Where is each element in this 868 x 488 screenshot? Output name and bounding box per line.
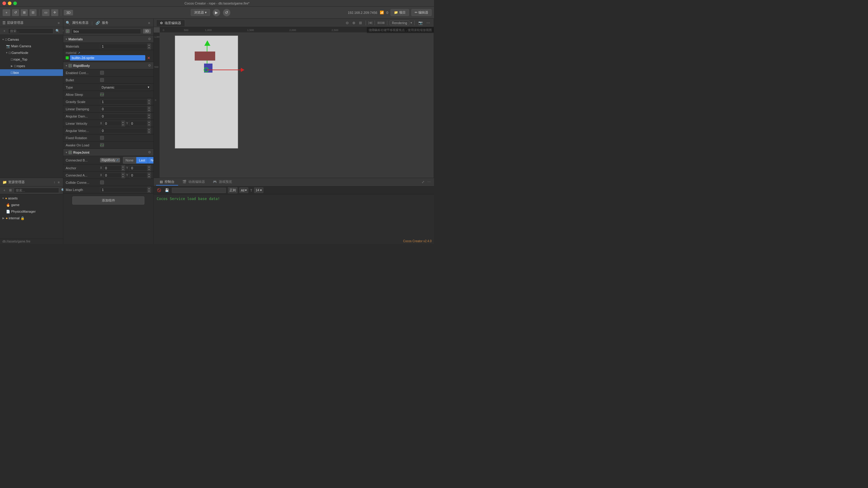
console-search-input[interactable]	[172, 188, 226, 193]
node-name-input[interactable]	[71, 29, 141, 34]
material-value-input[interactable]	[70, 55, 145, 61]
down-arrow-icon[interactable]: ▼	[147, 102, 151, 104]
anchor-y-input[interactable]	[129, 165, 147, 171]
lv-x-input[interactable]	[103, 121, 121, 126]
scene-editor-tab[interactable]: ✿ 场景编辑器	[156, 20, 185, 26]
up-arrow-icon[interactable]: ▲	[147, 106, 151, 109]
up-arrow-icon[interactable]: ▲	[147, 173, 151, 175]
refresh-button[interactable]: ↺	[12, 9, 19, 16]
editor-button[interactable]: ✏ 编辑器	[411, 9, 432, 16]
browser-button[interactable]: 浏览器 ▾	[191, 9, 210, 16]
inspector-menu-button[interactable]: ≡	[147, 21, 151, 25]
gravity-scale-input[interactable]	[100, 99, 147, 104]
rendering-dropdown[interactable]: Rendering	[390, 21, 409, 25]
reload-button[interactable]: ↺	[223, 9, 230, 17]
up-arrow-icon[interactable]: ▲	[147, 113, 151, 116]
rigidbody-section-header[interactable]: ▾ ✓ RigidBody ⚙	[63, 62, 153, 69]
tree-item-rope-top[interactable]: □ rope_Top	[0, 56, 63, 63]
next-button[interactable]: Next	[148, 157, 153, 164]
linear-damping-input[interactable]	[100, 106, 147, 112]
angular-veloc-input[interactable]	[100, 128, 147, 133]
project-button[interactable]: 📁 项目	[391, 9, 409, 16]
down-arrow-icon[interactable]: ▼	[121, 124, 125, 126]
enabled-cont-checkbox[interactable]	[100, 71, 104, 75]
allow-sleep-checkbox[interactable]: ✓	[100, 93, 104, 96]
ca-x-input[interactable]	[103, 173, 121, 178]
ca-y-input[interactable]	[129, 173, 147, 178]
down-arrow-icon[interactable]: ▼	[147, 109, 151, 112]
fit-button[interactable]: ⊞	[358, 20, 363, 26]
material-remove-button[interactable]: ✕	[147, 56, 151, 60]
layout-button[interactable]: ⊟	[29, 9, 37, 16]
asset-search-input[interactable]	[14, 188, 59, 193]
save-console-button[interactable]: 💾	[164, 188, 170, 193]
rigidbody-enabled-checkbox[interactable]: ✓	[68, 64, 72, 67]
add-asset-button[interactable]: ＋	[2, 188, 7, 193]
down-arrow-icon[interactable]: ▼	[147, 116, 151, 119]
down-arrow-icon[interactable]: ▼	[147, 168, 151, 171]
hierarchy-search-input[interactable]	[8, 28, 53, 34]
angular-damp-input[interactable]	[100, 113, 147, 119]
console-more-button[interactable]: ⋯	[427, 180, 432, 184]
video-icon-button[interactable]: 📷	[417, 20, 424, 26]
up-arrow-icon[interactable]: ▲	[147, 99, 151, 102]
up-arrow-icon[interactable]: ▲	[121, 173, 125, 175]
close-button[interactable]	[2, 1, 6, 5]
bullet-checkbox[interactable]	[100, 78, 104, 82]
more-icon-button[interactable]: ⋯	[425, 20, 431, 26]
level-dropdown[interactable]: All ▾	[239, 187, 248, 193]
add-node-button[interactable]: ＋	[2, 9, 10, 16]
hierarchy-menu-button[interactable]: ≡	[57, 21, 61, 25]
create-asset-button[interactable]: ↑	[53, 180, 56, 184]
zoom-in-button[interactable]: ⊕	[351, 20, 356, 26]
3d-toggle-button[interactable]: 3D	[64, 10, 73, 16]
play-button[interactable]: ▶	[213, 9, 220, 17]
ropejoint-section-header[interactable]: ▾ ✓ RopeJoint ⚙	[63, 149, 153, 156]
expand-button[interactable]: ⊞	[21, 9, 28, 16]
down-arrow-icon[interactable]: ▼	[147, 190, 151, 193]
add-hierarchy-button[interactable]: ＋	[2, 28, 7, 33]
ropejoint-gear-icon[interactable]: ⚙	[148, 150, 151, 154]
up-arrow-icon[interactable]: ▲	[147, 121, 151, 124]
type-dropdown[interactable]: Dynamic ▾	[100, 85, 151, 90]
max-length-input[interactable]	[100, 187, 147, 193]
inspector-3d-button[interactable]: 3D	[143, 29, 151, 34]
expand-console-button[interactable]: ⤢	[421, 180, 425, 184]
move-button[interactable]: ✛	[51, 9, 59, 16]
rigidbody-gear-icon[interactable]: ⚙	[148, 64, 151, 67]
sort-asset-button[interactable]: ⊞	[8, 188, 13, 193]
up-arrow-icon[interactable]: ▲	[121, 165, 125, 168]
asset-menu-button[interactable]: ≡	[57, 180, 61, 184]
material-link-icon[interactable]: ↗	[78, 51, 80, 55]
service-tab[interactable]: 服务	[102, 21, 108, 25]
rect-button[interactable]: ▭	[42, 9, 50, 16]
rigidbody-badge[interactable]: RigidBody ↗	[100, 158, 120, 162]
asset-item-game[interactable]: 🔥 game	[0, 201, 63, 208]
preview-tab[interactable]: 🎮 游戏预览	[209, 178, 236, 186]
materials-section-header[interactable]: ▾ Materials ⚙	[63, 36, 153, 43]
up-arrow-icon[interactable]: ▲	[147, 128, 151, 131]
scene-canvas[interactable]	[160, 33, 434, 178]
awake-on-load-checkbox[interactable]: ✓	[100, 143, 104, 147]
up-arrow-icon[interactable]: ▲	[147, 187, 151, 190]
animation-tab[interactable]: 🎬 动画编辑器	[179, 178, 209, 186]
down-arrow-icon[interactable]: ▼	[121, 175, 125, 178]
asset-item-physics[interactable]: 📄 PhysicsManager	[0, 208, 63, 215]
asset-item-assets[interactable]: ▾ ● assets	[0, 195, 63, 201]
add-component-button[interactable]: 添加组件	[72, 196, 144, 204]
lv-y-input[interactable]	[129, 121, 147, 126]
up-arrow-icon[interactable]: ▲	[147, 165, 151, 168]
asset-item-internal[interactable]: ▶ ● internal 🔒	[0, 215, 63, 221]
tree-item-gamenode[interactable]: ▾ □ GameNode	[0, 50, 63, 56]
collide-conne-checkbox[interactable]	[100, 181, 104, 184]
down-arrow-icon[interactable]: ▼	[147, 175, 151, 178]
materials-gear-icon[interactable]: ⚙	[148, 37, 151, 41]
down-arrow-icon[interactable]: ▼	[121, 168, 125, 171]
down-arrow-icon[interactable]: ▼	[147, 124, 151, 126]
window-controls[interactable]	[2, 1, 17, 5]
ropejoint-enabled-checkbox[interactable]: ✓	[68, 151, 72, 154]
tree-item-box[interactable]: □ box	[0, 69, 63, 76]
zoom-out-button[interactable]: ⊖	[344, 20, 350, 26]
last-button[interactable]: Last	[136, 157, 148, 164]
tree-item-main-camera[interactable]: 📷 Main Camera	[0, 43, 63, 50]
